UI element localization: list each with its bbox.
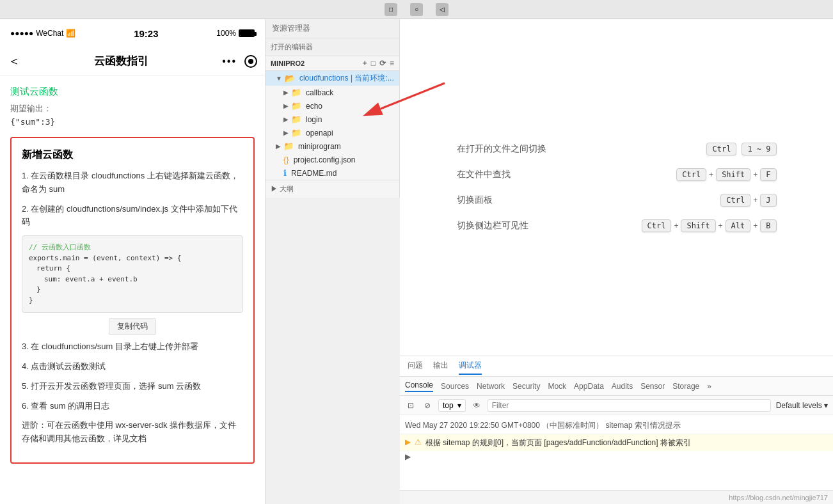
tab-issues[interactable]: 问题 <box>408 358 423 375</box>
project-config-label: project.config.json <box>294 155 356 164</box>
tab-network[interactable]: Network <box>477 382 505 391</box>
tab-security[interactable]: Security <box>512 382 540 391</box>
more-options-button[interactable]: ••• <box>222 56 237 67</box>
tree-item-openapi[interactable]: ▶ 📁 openapi <box>266 126 399 139</box>
file-panel: 资源管理器 打开的编辑器 MINIPRO2 + □ ⟳ ≡ ▼ 📂 cloudf… <box>266 19 400 198</box>
tab-storage[interactable]: Storage <box>672 382 699 391</box>
tree-item-project-config[interactable]: {} project.config.json <box>266 153 399 166</box>
eye-icon[interactable]: 👁 <box>471 400 482 411</box>
shortcut-keys-find: Ctrl + Shift + F <box>676 168 776 181</box>
block-icon[interactable]: ⊘ <box>422 400 433 411</box>
filter-input[interactable] <box>488 399 771 412</box>
copy-btn-container: 复制代码 <box>22 318 243 335</box>
tab-mock[interactable]: Mock <box>548 382 566 391</box>
key-plus-2: + <box>753 170 758 179</box>
battery-icon <box>239 29 255 37</box>
battery-percent: 100% <box>216 29 236 38</box>
key-alt: Alt <box>726 219 751 232</box>
tab-output[interactable]: 输出 <box>433 358 448 375</box>
test-output-label: 期望输出： <box>10 103 255 114</box>
shortcut-row-find: 在文件中查找 Ctrl + Shift + F <box>457 168 777 181</box>
status-time: 19:23 <box>134 28 158 39</box>
chevron-right-icon: ▶ <box>283 102 289 109</box>
chevron-right-icon: ▶ <box>276 143 281 150</box>
record-button[interactable] <box>244 55 257 68</box>
main-layout: ●●●●● WeChat 📶 19:23 100% ＜ 云函数指引 ••• <box>0 19 833 504</box>
folder-icon-openapi: 📁 <box>291 128 301 138</box>
tree-item-callback[interactable]: ▶ 📁 callback <box>266 86 399 99</box>
test-output-value: {"sum":3} <box>10 117 255 127</box>
shortcut-keys-switch-files: Ctrl 1 ~ 9 <box>706 143 776 155</box>
tree-item-miniprogram[interactable]: ▶ 📁 miniprogram <box>266 139 399 153</box>
right-panel: 在打开的文件之间切换 Ctrl 1 ~ 9 在文件中查找 Ctrl + Shif… <box>400 19 833 504</box>
debug-log-content: Wed May 27 2020 19:22:50 GMT+0800 （中国标准时… <box>400 415 833 490</box>
key-ctrl: Ctrl <box>642 219 672 232</box>
shortcut-row-switch-files: 在打开的文件之间切换 Ctrl 1 ~ 9 <box>457 143 777 155</box>
tab-appdata[interactable]: AppData <box>574 382 604 391</box>
new-folder-icon[interactable]: □ <box>371 59 376 68</box>
new-file-icon[interactable]: + <box>363 59 367 68</box>
shortcut-keys-panel: Ctrl + J <box>720 194 776 207</box>
outline-panel[interactable]: ▶ 大纲 <box>266 180 399 198</box>
tab-sources[interactable]: Sources <box>441 382 469 391</box>
tab-audits[interactable]: Audits <box>612 382 633 391</box>
code-line-5: } <box>29 295 236 306</box>
openapi-label: openapi <box>306 129 333 138</box>
tab-debugger[interactable]: 调试器 <box>459 358 482 375</box>
shortcut-label-find: 在文件中查找 <box>457 169 511 180</box>
project-name: MINIPRO2 <box>271 59 305 67</box>
window-icon-2: ○ <box>410 3 423 16</box>
phone-status-left: ●●●●● WeChat 📶 <box>10 29 75 38</box>
file-tree: ▼ 📂 cloudfunctions | 当前环境:... ▶ 📁 callba… <box>266 71 399 180</box>
key-plus-3: + <box>753 196 758 205</box>
tree-item-echo[interactable]: ▶ 📁 echo <box>266 99 399 113</box>
top-bar: □ ○ ◁ <box>0 0 833 19</box>
file-panel-wrapper: 资源管理器 打开的编辑器 MINIPRO2 + □ ⟳ ≡ ▼ 📂 cloudf… <box>266 19 400 504</box>
copy-code-button[interactable]: 复制代码 <box>109 318 156 335</box>
tab-more[interactable]: » <box>707 382 711 391</box>
log-levels-selector[interactable]: Default levels ▾ <box>776 401 828 410</box>
wifi-icon: 📶 <box>66 29 75 38</box>
callback-label: callback <box>306 88 333 97</box>
miniprogram-label: miniprogram <box>298 142 341 151</box>
shortcut-label-switch-files: 在打开的文件之间切换 <box>457 143 546 155</box>
add-function-item-6: 6. 查看 sum 的调用日志 <box>22 400 243 413</box>
open-editors-tab[interactable]: 打开的编辑器 <box>266 38 399 56</box>
shortcuts-table: 在打开的文件之间切换 Ctrl 1 ~ 9 在文件中查找 Ctrl + Shif… <box>457 143 777 232</box>
md-file-icon: ℹ <box>283 168 287 178</box>
cloudfunctions-label: cloudfunctions | 当前环境:... <box>299 73 394 84</box>
tree-item-cloudfunctions[interactable]: ▼ 📂 cloudfunctions | 当前环境:... <box>266 71 399 86</box>
shortcut-row-sidebar: 切换侧边栏可见性 Ctrl + Shift + Alt + B <box>457 219 777 232</box>
chevron-right-icon: ▶ <box>283 116 289 123</box>
back-button[interactable]: ＜ <box>8 52 20 70</box>
login-label: login <box>306 115 322 124</box>
key-ctrl: Ctrl <box>676 168 706 181</box>
debug-tabs-row: 问题 输出 调试器 <box>400 356 833 377</box>
code-line-3: sum: event.a + event.b <box>29 274 236 285</box>
tab-console[interactable]: Console <box>405 381 433 392</box>
test-title: 测试云函数 <box>10 86 255 98</box>
minipro-actions: + □ ⟳ ≡ <box>363 59 394 68</box>
key-shift: Shift <box>681 219 715 232</box>
collapse-icon[interactable]: ≡ <box>390 59 394 68</box>
code-line-4: } <box>29 285 236 295</box>
tab-sensor[interactable]: Sensor <box>640 382 665 391</box>
context-selector[interactable]: top ▾ <box>438 399 466 412</box>
phone-panel: ●●●●● WeChat 📶 19:23 100% ＜ 云函数指引 ••• <box>0 19 266 504</box>
chevron-right-icon: ▶ <box>283 129 289 136</box>
key-plus-5: + <box>718 221 723 230</box>
code-line-1: exports.main = (event, context) => { <box>29 253 236 264</box>
log-header: Wed May 27 2020 19:22:50 GMT+0800 （中国标准时… <box>400 418 833 434</box>
inspect-tool-icon[interactable]: ⊡ <box>405 400 416 411</box>
refresh-icon[interactable]: ⟳ <box>379 59 386 68</box>
phone-status-bar: ●●●●● WeChat 📶 19:23 100% <box>0 19 265 47</box>
battery-fill <box>240 31 253 36</box>
key-plus-1: + <box>709 170 713 179</box>
tree-item-readme[interactable]: ℹ README.md <box>266 166 399 180</box>
chevron-down-icon: ▼ <box>276 75 282 82</box>
log-expand-arrow[interactable]: ▶ <box>400 451 833 462</box>
readme-label: README.md <box>291 169 337 178</box>
tree-item-login[interactable]: ▶ 📁 login <box>266 113 399 126</box>
shortcut-label-panel: 切换面板 <box>457 194 493 206</box>
carrier-signal: ●●●●● <box>10 29 33 38</box>
